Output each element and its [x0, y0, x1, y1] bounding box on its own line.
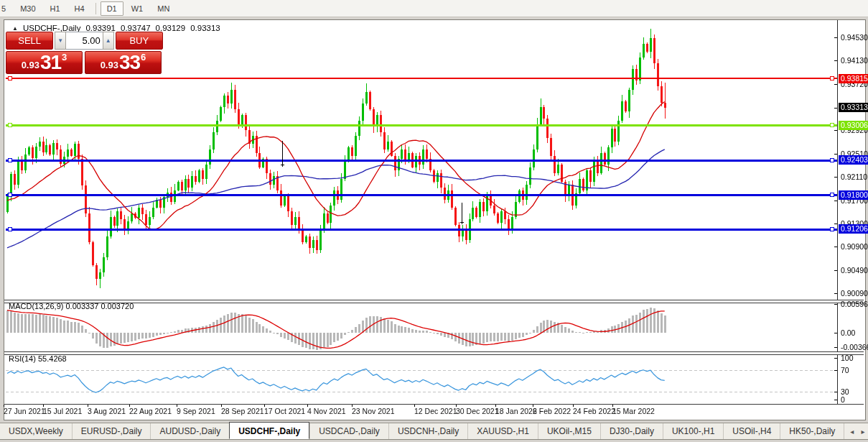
price-axis-line [837, 20, 838, 405]
date-axis-label: 15 Jul 2021 [43, 407, 82, 415]
date-axis-label: 9 Sep 2021 [177, 407, 215, 415]
sell-price-sup: 3 [62, 52, 67, 63]
buy-price-sup: 6 [141, 52, 146, 63]
price-axis-tick: 0.90900 [841, 242, 868, 251]
tab-usdcnh-daily[interactable]: USDCNH-,Daily [388, 423, 467, 439]
date-axis-label: 18 Jan 2022 [495, 407, 537, 415]
collapse-panel-icon[interactable]: ▲ [12, 25, 18, 32]
tab-hk50-daily[interactable]: HK50-,Daily [780, 423, 844, 439]
price-axis-tick: 0.94530 [841, 33, 868, 42]
tab-eurusd-daily[interactable]: EURUSD-,Daily [72, 423, 151, 439]
indicator-axis-tick: 0 [841, 395, 845, 404]
volume-input[interactable] [66, 32, 103, 49]
tab-dj30-daily[interactable]: DJ30-,Daily [600, 423, 663, 439]
buy-button[interactable]: BUY [116, 32, 163, 50]
date-axis-label: 22 Aug 2021 [129, 407, 172, 415]
macd-rsi-splitter[interactable] [4, 351, 864, 355]
price-axis-tick: 0.90090 [841, 289, 868, 298]
timeframe-button-5[interactable]: 5 [0, 1, 12, 16]
timeframe-toolbar: 5M30H1H4D1W1MN [0, 0, 868, 17]
indicator-axis-tick: 0.005963 [841, 300, 868, 308]
indicator-axis-tick: 70 [841, 366, 849, 374]
tab-ukoil-m15[interactable]: UKOil-,M15 [538, 423, 600, 439]
indicator-axis-tick: 100 [841, 354, 854, 362]
tab-xauusd-h1[interactable]: XAUUSD-,H1 [467, 423, 538, 439]
rsi-indicator-label: RSI(14) 55.4268 [9, 354, 67, 363]
buy-price-display[interactable]: 0.93 33 6 [85, 51, 162, 74]
timeframe-button-w1[interactable]: W1 [125, 1, 150, 16]
date-axis-label: 6 Feb 2022 [533, 407, 571, 415]
date-axis-label: 28 Sep 2021 [221, 407, 264, 415]
price-line-tag: 0.92403 [839, 155, 868, 165]
timeframe-button-h4[interactable]: H4 [68, 1, 91, 16]
volume-decrease-button[interactable]: ▼ [55, 32, 66, 50]
tab-usdcad-daily[interactable]: USDCAD-,Daily [309, 423, 388, 439]
price-axis-tick: 0.90490 [841, 266, 868, 275]
date-axis-line [4, 404, 864, 405]
date-axis-label: 30 Dec 2021 [456, 407, 499, 415]
tab-usdchf-daily[interactable]: USDCHF-,Daily [229, 422, 309, 439]
timeframe-button-m30[interactable]: M30 [14, 1, 42, 16]
volume-increase-button[interactable]: ▲ [103, 32, 114, 50]
indicator-axis-tick: -0.003664 [841, 343, 868, 351]
date-axis-label: 12 Dec 2021 [414, 407, 457, 415]
date-axis-label: 4 Nov 2021 [307, 407, 346, 415]
sell-button[interactable]: SELL [6, 32, 53, 50]
date-axis-label: 17 Oct 2021 [264, 407, 305, 415]
tab-usoil-h4[interactable]: USOil-,H4 [723, 423, 780, 439]
date-axis-label: 15 Mar 2022 [612, 407, 655, 415]
toolbar-separator [95, 3, 96, 14]
price-line-tag: 0.91800 [839, 190, 868, 200]
timeframe-button-d1[interactable]: D1 [101, 1, 123, 16]
tab-uk100-h1[interactable]: UK100-,H1 [663, 423, 723, 439]
price-line-tag: 0.93006 [839, 121, 868, 130]
sell-price-small: 0.93 [22, 60, 39, 70]
tab-usdx-weekly[interactable]: USDX,Weekly [0, 423, 72, 439]
sell-price-big: 31 [40, 52, 61, 73]
price-axis-tick: 0.92110 [841, 172, 867, 181]
timeframe-button-mn[interactable]: MN [151, 1, 176, 16]
price-line-tag: 0.93815 [839, 74, 868, 83]
sell-price-display[interactable]: 0.93 31 3 [6, 51, 83, 74]
date-axis-label: 24 Feb 2022 [573, 407, 615, 415]
macd-indicator-label: MACD(13,26,9) 0.003337 0.003720 [9, 302, 134, 310]
date-axis-label: 3 Aug 2021 [88, 407, 126, 415]
price-line-tag: 0.91206 [839, 224, 868, 234]
price-axis-tick: 0.94130 [841, 56, 868, 65]
tab-audusd-daily[interactable]: AUDUSD-,Daily [150, 423, 229, 439]
tab-scroll-left-icon[interactable]: ◂ [850, 428, 854, 436]
buy-price-big: 33 [119, 52, 140, 73]
tab-scroll-right-icon[interactable]: ▸ [861, 428, 864, 436]
ohlc-close: 0.93313 [190, 24, 220, 32]
one-click-trading-panel: SELL ▼ ▲ BUY 0.93 31 3 0.93 33 6 [6, 32, 163, 74]
indicator-axis-tick: 0.00 [841, 328, 855, 337]
current-price-tag: 0.93313 [839, 103, 868, 112]
date-axis-label: 23 Nov 2021 [352, 407, 395, 415]
timeframe-button-h1[interactable]: H1 [44, 1, 67, 16]
date-axis-label: 27 Jun 2021 [4, 407, 45, 415]
symbol-tab-bar: USDX,WeeklyEURUSD-,DailyAUDUSD-,DailyUSD… [0, 423, 868, 440]
buy-price-small: 0.93 [101, 60, 118, 70]
